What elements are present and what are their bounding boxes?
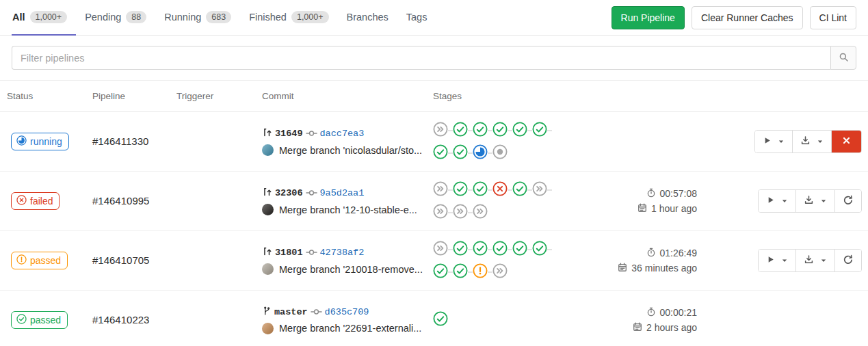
stage-connector <box>468 212 473 213</box>
pipeline-id-link[interactable]: #146410995 <box>92 195 149 207</box>
commit-sha-link[interactable]: 42738af2 <box>320 248 365 258</box>
stage-icon-passed[interactable] <box>473 181 492 199</box>
timing-cell: 00:00:21 2 hours ago <box>573 307 704 334</box>
commit-icon <box>306 247 317 259</box>
stage-icon-skipped[interactable] <box>473 204 488 222</box>
stage-icon-passed[interactable] <box>433 263 453 281</box>
retry-pipeline-button[interactable] <box>834 250 861 271</box>
status-badge-failed[interactable]: failed <box>11 192 60 210</box>
ref-link[interactable]: 32306 <box>275 188 303 198</box>
play-pipeline-button[interactable] <box>759 190 795 212</box>
stage-icon-passed[interactable] <box>532 122 552 139</box>
tab-finished[interactable]: Finished 1,000+ <box>240 0 337 36</box>
passed-status-icon <box>433 311 448 329</box>
status-badge-passed[interactable]: passed <box>11 311 68 329</box>
pipeline-id-link[interactable]: #146410223 <box>92 314 149 325</box>
ci-lint-button[interactable]: CI Lint <box>810 6 856 29</box>
stage-icon-passed[interactable] <box>453 144 473 162</box>
passed-status-icon <box>453 241 468 258</box>
ref-link[interactable]: 31801 <box>275 248 303 258</box>
calendar-icon <box>637 203 647 215</box>
stage-icon-passed[interactable] <box>453 263 473 281</box>
commit-message-link[interactable]: Merge branch '12-10-stable-e... <box>279 204 417 215</box>
stage-icon-failed[interactable] <box>492 181 512 199</box>
filter-pipelines-input[interactable] <box>12 46 830 70</box>
play-pipeline-button[interactable] <box>759 250 795 271</box>
stage-icon-skipped[interactable] <box>433 181 453 199</box>
column-header-stages: Stages <box>433 91 573 101</box>
stage-icon-passed[interactable] <box>433 311 448 329</box>
stage-icon-skipped[interactable] <box>532 181 552 199</box>
tab-tags[interactable]: Tags <box>397 0 436 36</box>
stage-icon-created[interactable] <box>492 144 508 162</box>
stage-icon-skipped[interactable] <box>453 204 473 222</box>
stage-icon-passed[interactable] <box>532 241 552 258</box>
run-pipeline-button[interactable]: Run Pipeline <box>611 6 685 29</box>
commit-message-link[interactable]: Merge branch '22691-externali... <box>279 323 421 334</box>
commit-sha-link[interactable]: d635c709 <box>325 307 369 317</box>
status-badge-label: passed <box>30 255 61 266</box>
skipped-status-icon <box>433 241 448 258</box>
pipelines-table-body: running #146411330 31649 dacc7ea3 Merge … <box>0 112 868 346</box>
clear-runner-caches-button[interactable]: Clear Runner Caches <box>692 6 803 29</box>
running-status-icon <box>16 135 27 148</box>
stage-icon-passed[interactable] <box>512 181 532 199</box>
download-icon <box>800 135 811 148</box>
commit-cell: 31801 42738af2 Merge branch '210018-remo… <box>262 246 433 275</box>
tab-pending[interactable]: Pending 88 <box>76 0 155 36</box>
stage-icon-skipped[interactable] <box>492 263 508 281</box>
commit-message-link[interactable]: Merge branch 'nicolasdular/sto... <box>279 145 422 156</box>
stage-icon-skipped[interactable] <box>433 122 453 139</box>
stage-icon-passed[interactable] <box>492 241 512 258</box>
ref-link[interactable]: master <box>274 307 308 317</box>
cancel-pipeline-button[interactable] <box>831 131 861 152</box>
stage-icon-skipped[interactable] <box>433 204 453 222</box>
triggerer-cell <box>176 254 262 267</box>
stage-icon-passed[interactable] <box>473 241 492 258</box>
commit-sha-link[interactable]: dacc7ea3 <box>320 129 365 139</box>
pipeline-id-link[interactable]: #146411330 <box>92 135 148 147</box>
stage-connector <box>547 189 552 191</box>
commit-sha-link[interactable]: 9a5d2aa1 <box>320 188 365 198</box>
stage-icon-passed[interactable] <box>512 241 532 258</box>
stopwatch-icon <box>646 188 656 200</box>
stage-icon-warning[interactable] <box>473 263 492 281</box>
stage-icon-passed[interactable] <box>453 241 473 258</box>
ref-link[interactable]: 31649 <box>275 129 303 139</box>
commit-author-avatar[interactable] <box>262 204 274 215</box>
play-pipeline-button[interactable] <box>755 131 792 152</box>
commit-author-avatar[interactable] <box>262 323 274 334</box>
ref-line: 32306 9a5d2aa1 <box>262 187 428 200</box>
stage-icon-passed[interactable] <box>433 144 453 162</box>
passed-status-icon <box>433 144 448 162</box>
status-badge-warning[interactable]: passed <box>11 252 68 269</box>
commit-author-avatar[interactable] <box>262 263 274 275</box>
stage-icon-skipped[interactable] <box>433 241 453 258</box>
retry-pipeline-button[interactable] <box>834 190 861 212</box>
stage-icon-passed[interactable] <box>473 122 492 139</box>
stage-icon-passed[interactable] <box>512 122 532 139</box>
commit-message-link[interactable]: Merge branch '210018-remove... <box>279 264 423 275</box>
download-artifacts-button[interactable] <box>792 131 831 152</box>
tab-branches[interactable]: Branches <box>338 0 397 36</box>
download-artifacts-button[interactable] <box>795 190 834 212</box>
triggerer-cell <box>176 314 262 326</box>
tab-all[interactable]: All 1,000+ <box>12 0 76 36</box>
skipped-status-icon <box>433 181 448 199</box>
search-button[interactable] <box>830 46 856 70</box>
stages-cell <box>433 241 573 281</box>
pipeline-row: passed #146410705 31801 42738af2 Merge b… <box>0 231 868 291</box>
stage-icon-passed[interactable] <box>453 181 473 199</box>
column-header-pipeline: Pipeline <box>92 91 176 101</box>
status-badge-running[interactable]: running <box>11 133 69 150</box>
stage-icon-passed[interactable] <box>492 122 512 139</box>
stage-connector <box>488 189 492 191</box>
tab-running[interactable]: Running 683 <box>155 0 240 36</box>
download-artifacts-button[interactable] <box>795 250 834 271</box>
chevron-down-icon <box>820 256 827 266</box>
stage-icon-passed[interactable] <box>453 122 473 139</box>
pipeline-id-link[interactable]: #146410705 <box>92 254 149 266</box>
stage-icon-running[interactable] <box>473 144 492 162</box>
stage-connector <box>468 152 473 154</box>
commit-author-avatar[interactable] <box>262 144 274 156</box>
